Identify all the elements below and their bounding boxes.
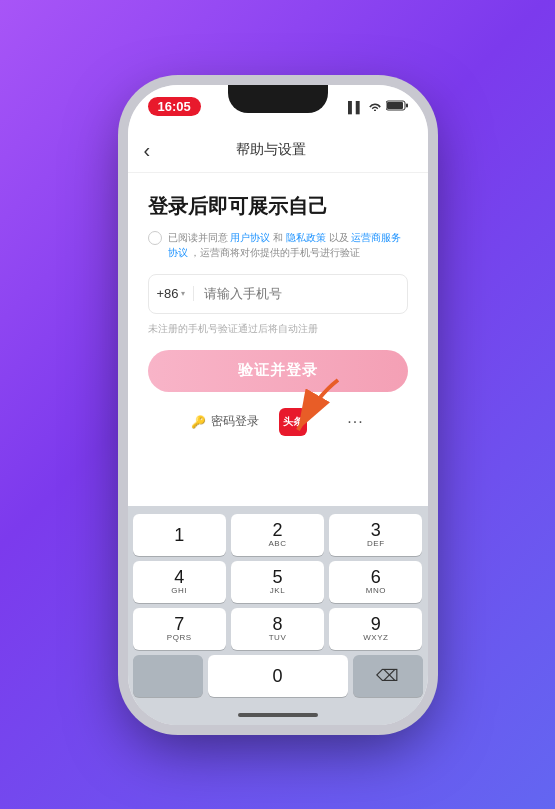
verify-login-button[interactable]: 验证并登录 bbox=[148, 350, 408, 392]
agreement-row: 已阅读并同意 用户协议 和 隐私政策 以及 运营商服务协议 ，运营商将对你提供的… bbox=[148, 230, 408, 260]
keyboard-area: 1 2 ABC 3 DEF 4 GHI 5 JKL 6 bbox=[128, 506, 428, 725]
agreement-radio[interactable] bbox=[148, 231, 162, 245]
home-bar bbox=[238, 713, 318, 717]
more-login-options[interactable]: ··· bbox=[347, 413, 363, 431]
key-6[interactable]: 6 MNO bbox=[329, 561, 422, 603]
lock-icon: 🔑 bbox=[191, 415, 206, 429]
main-content: 登录后即可展示自己 已阅读并同意 用户协议 和 隐私政策 以及 运营商服务协议 … bbox=[128, 173, 428, 506]
nav-title: 帮助与设置 bbox=[236, 141, 306, 159]
privacy-policy-link[interactable]: 隐私政策 bbox=[286, 232, 326, 243]
home-indicator-area bbox=[128, 705, 428, 725]
toutiao-label: 头条 bbox=[283, 415, 303, 429]
password-login-option[interactable]: 🔑 密码登录 bbox=[191, 413, 259, 430]
agreement-suffix: ，运营商将对你提供的手机号进行验证 bbox=[190, 247, 360, 258]
key-0[interactable]: 0 bbox=[208, 655, 348, 697]
back-button[interactable]: ‹ bbox=[144, 139, 151, 162]
keyboard-bottom-row: 0 ⌫ bbox=[128, 655, 428, 705]
agreement-and1: 和 bbox=[273, 232, 283, 243]
keyboard-row-1: 1 2 ABC 3 DEF bbox=[128, 514, 428, 556]
key-1[interactable]: 1 bbox=[133, 514, 226, 556]
agreement-and2: 以及 bbox=[329, 232, 349, 243]
wifi-icon bbox=[368, 101, 382, 113]
country-code-selector[interactable]: +86 ▾ bbox=[149, 286, 194, 301]
phone-input-row: +86 ▾ bbox=[148, 274, 408, 314]
key-2[interactable]: 2 ABC bbox=[231, 514, 324, 556]
status-icons: ▌▌ bbox=[348, 100, 408, 113]
country-code-value: +86 bbox=[157, 286, 179, 301]
toutiao-login-option[interactable]: 头条 bbox=[279, 408, 307, 436]
key-3[interactable]: 3 DEF bbox=[329, 514, 422, 556]
key-9[interactable]: 9 WXYZ bbox=[329, 608, 422, 650]
key-4[interactable]: 4 GHI bbox=[133, 561, 226, 603]
battery-icon bbox=[386, 100, 408, 113]
agreement-prefix: 已阅读并同意 bbox=[168, 232, 228, 243]
agreement-text: 已阅读并同意 用户协议 和 隐私政策 以及 运营商服务协议 ，运营商将对你提供的… bbox=[168, 230, 408, 260]
signal-icon: ▌▌ bbox=[348, 101, 364, 113]
more-icon: ··· bbox=[347, 413, 363, 431]
hint-text: 未注册的手机号验证通过后将自动注册 bbox=[148, 322, 408, 336]
other-login-options: 🔑 密码登录 头条 ··· bbox=[148, 408, 408, 436]
password-login-label: 密码登录 bbox=[211, 413, 259, 430]
key-backspace[interactable]: ⌫ bbox=[353, 655, 423, 697]
user-agreement-link[interactable]: 用户协议 bbox=[230, 232, 270, 243]
keyboard-row-3: 7 PQRS 8 TUV 9 WXYZ bbox=[128, 608, 428, 650]
phone-input[interactable] bbox=[194, 286, 407, 301]
svg-rect-2 bbox=[406, 104, 408, 108]
key-8[interactable]: 8 TUV bbox=[231, 608, 324, 650]
backspace-icon: ⌫ bbox=[376, 666, 399, 685]
key-7[interactable]: 7 PQRS bbox=[133, 608, 226, 650]
notch bbox=[228, 85, 328, 113]
status-time: 16:05 bbox=[148, 97, 201, 116]
status-bar: 16:05 ▌▌ bbox=[128, 85, 428, 129]
chevron-down-icon: ▾ bbox=[181, 289, 185, 298]
phone-frame: 16:05 ▌▌ ‹ 帮助与设置 登录后即可展示自己 已阅读并同意 用户协议 和… bbox=[128, 85, 428, 725]
key-5[interactable]: 5 JKL bbox=[231, 561, 324, 603]
page-title: 登录后即可展示自己 bbox=[148, 193, 408, 220]
nav-bar: ‹ 帮助与设置 bbox=[128, 129, 428, 173]
key-empty bbox=[133, 655, 203, 697]
keyboard-row-2: 4 GHI 5 JKL 6 MNO bbox=[128, 561, 428, 603]
svg-rect-1 bbox=[387, 102, 403, 109]
